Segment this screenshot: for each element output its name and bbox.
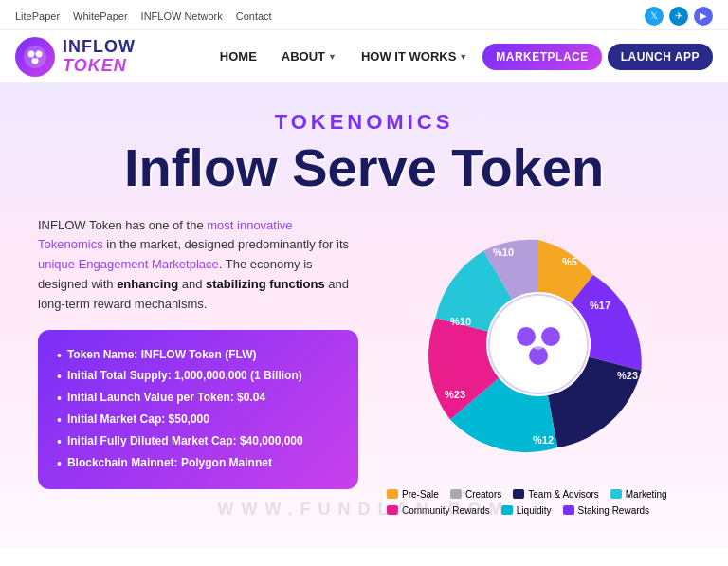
telegram-icon[interactable]: ✈ (669, 7, 688, 26)
legend-marketing-color (610, 489, 622, 499)
highlight-innovative: most innovative Tokenomics (38, 218, 293, 252)
svg-point-4 (33, 55, 37, 59)
label-23-left: %23 (445, 389, 465, 400)
hero-section: TOKENOMICS Inflow Serve Token INFLOW Tok… (0, 83, 728, 548)
logo[interactable]: INFLOW TOKEN (15, 37, 136, 77)
info-item-value: Initial Launch Value per Token: $0.04 (57, 388, 339, 410)
launch-app-button[interactable]: LAUNCH APP (608, 44, 713, 70)
label-10-top: %10 (493, 246, 514, 258)
legend-team-color (513, 489, 524, 499)
hero-right: %17 %23 %12 %23 %10 %10 %5 Pre-Sale Crea (387, 216, 690, 516)
chart-container: %17 %23 %12 %23 %10 %10 %5 (396, 216, 681, 482)
marketplace-button[interactable]: MARKETPLACE (482, 44, 602, 70)
legend-creators-color (450, 489, 462, 499)
logo-line1: INFLOW (63, 38, 136, 57)
top-bar: LitePaper WhitePaper INFLOW Network Cont… (0, 0, 728, 30)
label-12: %12 (533, 434, 554, 446)
legend-staking: Staking Rewards (563, 505, 650, 516)
label-5: %5 (562, 256, 577, 267)
legend-liquidity: Liquidity (501, 505, 552, 516)
top-bar-links: LitePaper WhitePaper INFLOW Network Cont… (15, 10, 272, 22)
legend-team-label: Team & Advisors (528, 489, 598, 500)
discord-icon[interactable]: ▶ (694, 7, 713, 26)
nav-links: HOME ABOUT ▼ HOW IT WORKS ▼ MARKETPLACE … (210, 44, 713, 70)
info-item-blockchain: Blockchain Mainnet: Polygon Mainnet (57, 453, 339, 475)
how-it-works-dropdown-arrow: ▼ (459, 52, 467, 62)
legend-team: Team & Advisors (513, 489, 598, 500)
highlight-stabilizing: stabilizing functions (206, 277, 325, 291)
hero-content: INFLOW Token has one of the most innovat… (38, 216, 690, 516)
label-17: %17 (590, 300, 610, 311)
tokenomics-label: TOKENOMICS (38, 110, 690, 135)
legend-presale-label: Pre-Sale (402, 489, 439, 500)
svg-point-7 (517, 327, 536, 346)
hero-title: Inflow Serve Token (38, 138, 690, 197)
legend-liquidity-color (501, 505, 513, 515)
highlight-enhancing: enhancing (117, 277, 178, 291)
nav-about[interactable]: ABOUT ▼ (272, 44, 346, 69)
legend-community-color (387, 505, 398, 515)
legend-presale: Pre-Sale (387, 489, 439, 500)
chart-legend: Pre-Sale Creators Team & Advisors Market… (387, 489, 690, 516)
info-list: Token Name: INFLOW Token (FLW) Initial T… (57, 345, 339, 475)
svg-point-10 (533, 338, 544, 350)
legend-marketing-label: Marketing (626, 489, 667, 500)
highlight-marketplace: unique Engagement Marketplace (38, 257, 219, 271)
svg-point-8 (541, 327, 560, 346)
logo-icon (15, 37, 55, 77)
legend-community-label: Community Rewards (402, 505, 490, 516)
legend-marketing: Marketing (610, 489, 667, 500)
hero-description: INFLOW Token has one of the most innovat… (38, 216, 358, 315)
label-10-left: %10 (450, 316, 471, 327)
logo-svg (23, 45, 47, 69)
info-item-name: Token Name: INFLOW Token (FLW) (57, 345, 339, 367)
legend-presale-color (387, 489, 398, 499)
nav-home[interactable]: HOME (210, 44, 266, 69)
top-bar-social: 𝕏 ✈ ▶ (645, 7, 713, 26)
info-box: Token Name: INFLOW Token (FLW) Initial T… (38, 330, 358, 490)
litepaper-link[interactable]: LitePaper (15, 10, 60, 22)
label-23-right: %23 (617, 370, 638, 381)
info-item-supply: Initial Total Supply: 1,000,000,000 (1 B… (57, 366, 339, 388)
navbar: INFLOW TOKEN HOME ABOUT ▼ HOW IT WORKS ▼… (0, 30, 728, 83)
pie-chart: %17 %23 %12 %23 %10 %10 %5 (396, 216, 681, 482)
logo-line2: TOKEN (63, 57, 136, 76)
nav-how-it-works[interactable]: HOW IT WORKS ▼ (352, 44, 477, 69)
info-item-market-cap: Initial Market Cap: $50,000 (57, 410, 339, 431)
legend-creators: Creators (450, 489, 501, 500)
hero-left: INFLOW Token has one of the most innovat… (38, 216, 358, 490)
twitter-icon[interactable]: 𝕏 (645, 7, 664, 26)
logo-text: INFLOW TOKEN (63, 38, 136, 76)
whitepaper-link[interactable]: WhitePaper (73, 10, 127, 22)
legend-liquidity-label: Liquidity (517, 505, 552, 516)
legend-staking-color (563, 505, 574, 515)
info-item-diluted-cap: Initial Fully Diluted Market Cap: $40,00… (57, 431, 339, 453)
legend-community: Community Rewards (387, 505, 490, 516)
contact-link[interactable]: Contact (236, 10, 272, 22)
legend-creators-label: Creators (465, 489, 501, 500)
about-dropdown-arrow: ▼ (328, 52, 337, 62)
inflow-network-link[interactable]: INFLOW Network (141, 10, 223, 22)
legend-staking-label: Staking Rewards (578, 505, 650, 516)
